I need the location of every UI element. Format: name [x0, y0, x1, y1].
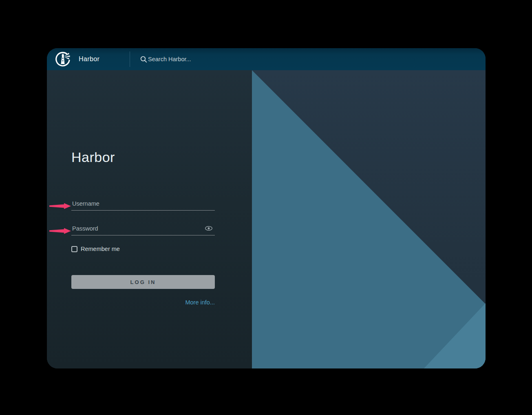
more-info-row: More info... [71, 299, 215, 306]
search-input[interactable] [148, 56, 270, 62]
remember-me-row[interactable]: Remember me [71, 246, 120, 252]
password-visibility-toggle[interactable] [204, 225, 213, 232]
eye-icon [204, 225, 213, 231]
app-window: Harbor Harbor [47, 48, 486, 368]
remember-me-label[interactable]: Remember me [81, 246, 120, 252]
app-body: Harbor Remember me LOG IN More [47, 70, 486, 368]
search-icon [140, 56, 147, 63]
password-input[interactable] [71, 224, 215, 235]
more-info-link[interactable]: More info... [185, 299, 215, 306]
navbar-divider [130, 51, 130, 67]
top-navbar: Harbor [47, 48, 486, 70]
navbar-brand[interactable]: Harbor [79, 48, 99, 70]
username-field [71, 199, 215, 211]
navbar-search-box [140, 48, 270, 70]
harbor-logo-icon [55, 51, 71, 67]
background-triangle-teal [252, 70, 486, 368]
remember-me-checkbox[interactable] [71, 246, 77, 252]
decor-panel [252, 70, 486, 368]
username-input[interactable] [71, 199, 215, 211]
page-title: Harbor [71, 149, 115, 165]
password-arrow-annotation [49, 228, 71, 234]
login-panel: Harbor Remember me LOG IN More [47, 70, 252, 368]
login-button[interactable]: LOG IN [71, 275, 215, 289]
username-arrow-annotation [49, 203, 71, 209]
password-field [71, 224, 215, 235]
